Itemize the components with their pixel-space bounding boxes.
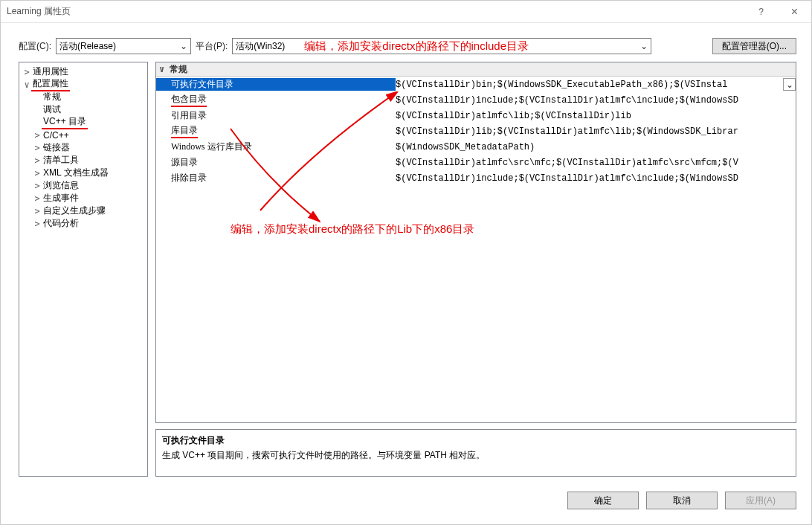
expand-icon[interactable]: >	[33, 181, 42, 191]
tree-item-code-analysis[interactable]: >代码分析	[21, 217, 146, 230]
tree-item-linker[interactable]: >链接器	[21, 141, 146, 154]
tree-item-xml-doc[interactable]: >XML 文档生成器	[21, 167, 146, 179]
tree-item-ccpp[interactable]: >C/C++	[21, 129, 146, 141]
prop-name: 包含目录	[156, 93, 396, 107]
tree-item-common[interactable]: >通用属性	[21, 65, 146, 78]
category-tree[interactable]: >通用属性 ∨配置属性 常规 调试 VC++ 目录 >C/C++ >链接器 >清…	[19, 62, 148, 477]
window-title: Learning 属性页	[7, 5, 71, 18]
tree-item-general[interactable]: 常规	[21, 91, 146, 103]
help-button[interactable]: ?	[744, 1, 778, 23]
expand-icon[interactable]: >	[33, 155, 42, 166]
collapse-icon[interactable]: ∨	[159, 64, 170, 74]
platform-label: 平台(P):	[196, 40, 228, 53]
prop-name: 源目录	[156, 156, 396, 169]
close-button[interactable]: ×	[778, 1, 811, 23]
description-text: 生成 VC++ 项目期间，搜索可执行文件时使用的路径。与环境变量 PATH 相对…	[162, 449, 790, 462]
property-page-dialog: Learning 属性页 ? × 配置(C): 活动(Release) ⌄ 平台…	[0, 0, 812, 525]
property-grid: ∨ 常规 可执行文件目录 $(VCInstallDir)bin;$(Window…	[155, 62, 796, 423]
config-label: 配置(C):	[19, 40, 51, 53]
annotation-include: 编辑，添加安装directx的路径下的include目录	[233, 39, 636, 54]
platform-select[interactable]: 活动(Win32) 编辑，添加安装directx的路径下的include目录 ⌄	[232, 38, 651, 54]
tree-item-build-events[interactable]: >生成事件	[21, 192, 146, 204]
prop-row-winrt-dirs[interactable]: Windows 运行库目录 $(WindowsSDK_MetadataPath)	[156, 139, 796, 155]
prop-name: 可执行文件目录	[156, 78, 396, 91]
close-icon: ×	[791, 5, 798, 19]
prop-value[interactable]: $(VCInstallDir)include;$(VCInstallDir)at…	[396, 95, 796, 106]
ok-button[interactable]: 确定	[567, 492, 639, 509]
config-manager-button[interactable]: 配置管理器(O)...	[712, 38, 796, 54]
description-heading: 可执行文件目录	[162, 434, 790, 447]
grid-group-label: 常规	[170, 63, 187, 76]
tree-item-debug[interactable]: 调试	[21, 103, 146, 116]
expand-icon[interactable]: >	[33, 193, 42, 204]
prop-row-lib-dirs[interactable]: 库目录 $(VCInstallDir)lib;$(VCInstallDir)at…	[156, 123, 796, 139]
expand-icon[interactable]: >	[33, 168, 42, 178]
description-box: 可执行文件目录 生成 VC++ 项目期间，搜索可执行文件时使用的路径。与环境变量…	[155, 429, 796, 477]
chevron-down-icon: ⌄	[640, 41, 648, 51]
apply-button[interactable]: 应用(A)	[725, 492, 796, 509]
prop-row-executable-dirs[interactable]: 可执行文件目录 $(VCInstallDir)bin;$(WindowsSDK_…	[156, 77, 796, 92]
config-toolbar: 配置(C): 活动(Release) ⌄ 平台(P): 活动(Win32) 编辑…	[1, 23, 811, 62]
annotation-lib: 编辑，添加安装directx的路径下的Lib下的x86目录	[231, 222, 474, 236]
prop-name: 排除目录	[156, 172, 396, 184]
dropdown-button[interactable]: ⌄	[783, 78, 796, 91]
prop-name: 引用目录	[156, 109, 396, 122]
cancel-button[interactable]: 取消	[646, 492, 718, 509]
expand-icon[interactable]: >	[33, 143, 42, 153]
grid-group-header[interactable]: ∨ 常规	[156, 62, 796, 77]
tree-item-browse[interactable]: >浏览信息	[21, 179, 146, 192]
expand-icon[interactable]: >	[22, 67, 31, 77]
prop-value[interactable]: $(VCInstallDir)include;$(VCInstallDir)at…	[396, 173, 796, 184]
title-bar: Learning 属性页 ? ×	[1, 1, 811, 23]
prop-value[interactable]: $(VCInstallDir)atlmfc\lib;$(VCInstallDir…	[396, 111, 796, 121]
tree-item-manifest[interactable]: >清单工具	[21, 154, 146, 167]
prop-value[interactable]: $(VCInstallDir)atlmfc\src\mfc;$(VCInstal…	[396, 158, 796, 168]
collapse-icon[interactable]: ∨	[22, 80, 31, 90]
prop-row-reference-dirs[interactable]: 引用目录 $(VCInstallDir)atlmfc\lib;$(VCInsta…	[156, 108, 796, 123]
expand-icon[interactable]: >	[33, 130, 42, 141]
tree-item-config-props[interactable]: ∨配置属性	[21, 78, 146, 91]
prop-row-exclude-dirs[interactable]: 排除目录 $(VCInstallDir)include;$(VCInstallD…	[156, 170, 796, 186]
grid-rows: 可执行文件目录 $(VCInstallDir)bin;$(WindowsSDK_…	[156, 77, 796, 422]
prop-value[interactable]: $(VCInstallDir)lib;$(VCInstallDir)atlmfc…	[396, 126, 796, 137]
prop-row-source-dirs[interactable]: 源目录 $(VCInstallDir)atlmfc\src\mfc;$(VCIn…	[156, 155, 796, 170]
help-icon: ?	[758, 7, 764, 17]
tree-item-custom-build[interactable]: >自定义生成步骤	[21, 204, 146, 217]
tree-item-vc-dirs[interactable]: VC++ 目录	[21, 116, 146, 129]
property-panel: ∨ 常规 可执行文件目录 $(VCInstallDir)bin;$(Window…	[155, 62, 796, 477]
dialog-buttons: 确定 取消 应用(A)	[1, 484, 811, 524]
config-manager-label: 配置管理器(O)...	[722, 40, 787, 53]
prop-name: Windows 运行库目录	[156, 141, 396, 153]
config-select-value: 活动(Release)	[59, 40, 175, 53]
prop-name: 库目录	[156, 124, 396, 138]
config-select[interactable]: 活动(Release) ⌄	[56, 38, 191, 54]
prop-value[interactable]: $(VCInstallDir)bin;$(WindowsSDK_Executab…	[396, 80, 780, 90]
prop-row-include-dirs[interactable]: 包含目录 $(VCInstallDir)include;$(VCInstallD…	[156, 92, 796, 108]
expand-icon[interactable]: >	[33, 219, 42, 229]
chevron-down-icon: ⌄	[180, 41, 187, 51]
prop-value[interactable]: $(WindowsSDK_MetadataPath)	[396, 142, 796, 152]
chevron-down-icon: ⌄	[786, 80, 793, 90]
expand-icon[interactable]: >	[33, 206, 42, 216]
